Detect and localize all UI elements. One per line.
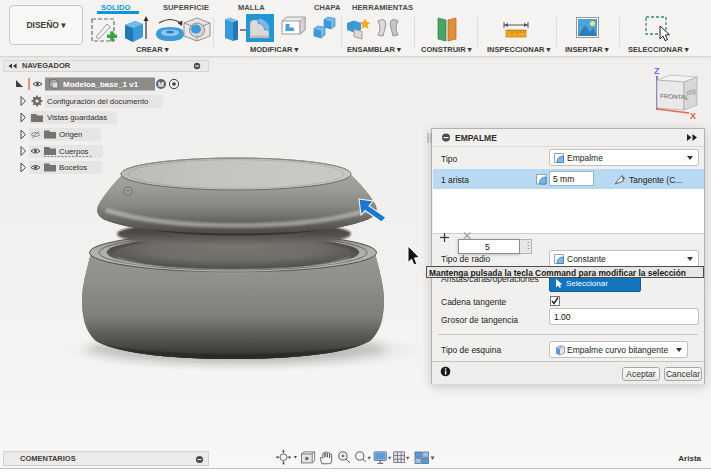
svg-text:M: M (158, 81, 164, 88)
svg-text:Modeloa_base_1 v1: Modeloa_base_1 v1 (63, 80, 139, 89)
svg-text:Z: Z (654, 66, 660, 76)
svg-text:X: X (690, 111, 696, 121)
